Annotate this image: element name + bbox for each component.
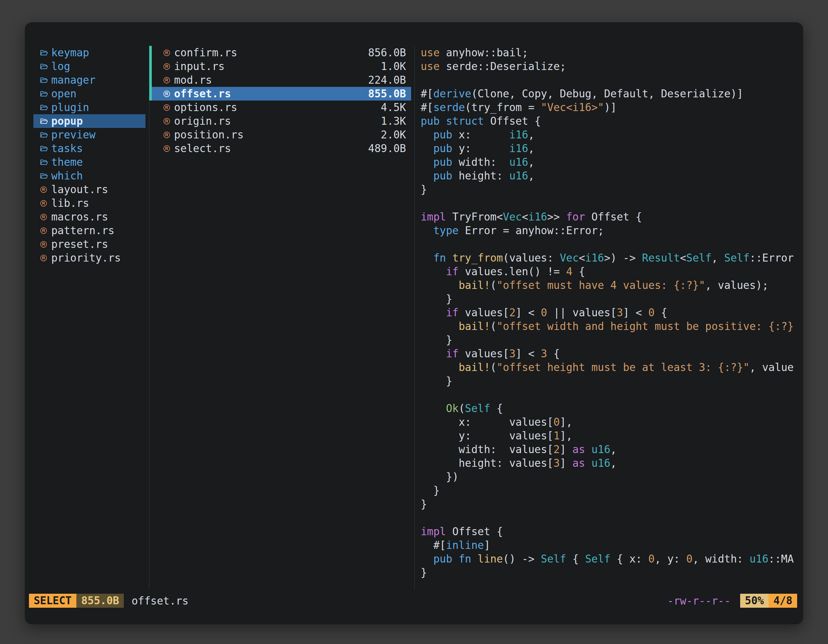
file-size: 4.5K (381, 101, 406, 114)
rust-file-icon (163, 90, 171, 98)
cursor-position-badge: 4/8 (768, 594, 797, 608)
file-item-macros-rs[interactable]: macros.rs (33, 210, 146, 224)
rust-file-icon (39, 227, 48, 235)
code-line: pub width: u16, (421, 155, 803, 169)
status-right: -rw-r--r-- 50% 4/8 (667, 594, 797, 608)
file-item-origin-rs[interactable]: origin.rs 1.3K (152, 114, 411, 128)
file-item-preset-rs[interactable]: preset.rs (33, 237, 146, 251)
file-item-priority-rs[interactable]: priority.rs (33, 251, 146, 265)
rust-file-icon (163, 144, 171, 153)
scroll-percent-badge: 50% (740, 594, 769, 608)
code-line: y: values[1], (421, 429, 803, 443)
mode-badge: SELECT (29, 594, 76, 608)
code-line: } (421, 292, 803, 306)
file-name: position.rs (174, 128, 244, 141)
file-item-position-rs[interactable]: position.rs 2.0K (152, 128, 411, 142)
code-line: }) (421, 470, 803, 484)
dir-item-preview[interactable]: preview (33, 128, 146, 142)
file-item-lib-rs[interactable]: lib.rs (33, 196, 146, 210)
dir-item-tasks[interactable]: tasks (33, 142, 146, 155)
terminal-window: keymap log manager (25, 22, 803, 624)
dir-item-log[interactable]: log (33, 60, 146, 73)
code-line: impl Offset { (421, 525, 803, 538)
folder-open-icon (39, 144, 48, 153)
code-line (421, 196, 803, 210)
marked-indicator (149, 46, 152, 60)
item-label: preview (51, 128, 96, 141)
code-line: height: values[3] as u16, (421, 456, 803, 470)
file-item-confirm-rs[interactable]: confirm.rs 856.0B (152, 46, 411, 60)
code-line: bail!("offset width and height must be p… (421, 320, 803, 333)
file-item-offset-rs[interactable]: offset.rs 855.0B (152, 87, 411, 100)
item-label: popup (51, 115, 83, 127)
file-size: 1.0K (381, 60, 406, 72)
code-line: x: values[0], (421, 415, 803, 429)
code-line: fn try_from(values: Vec<i16>) -> Result<… (421, 251, 803, 265)
folder-open-icon (39, 131, 48, 139)
file-item-pattern-rs[interactable]: pattern.rs (33, 224, 146, 237)
item-label: which (51, 169, 83, 182)
folder-open-icon (39, 172, 48, 180)
dir-item-open[interactable]: open (33, 87, 146, 100)
folder-open-icon (39, 49, 48, 57)
item-label: lib.rs (51, 197, 89, 209)
item-label: pattern.rs (51, 224, 114, 237)
dir-item-keymap[interactable]: keymap (33, 46, 146, 60)
dir-item-manager[interactable]: manager (33, 73, 146, 87)
file-size: 2.0K (381, 128, 406, 141)
files-panel: confirm.rs 856.0B input.rs 1.0K mod.rs 2… (149, 22, 414, 589)
status-left: SELECT 855.0B offset.rs (29, 594, 188, 608)
file-item-layout-rs[interactable]: layout.rs (33, 183, 146, 196)
item-label: preset.rs (51, 238, 108, 251)
marked-indicator (149, 73, 152, 87)
code-line: use serde::Deserialize; (421, 60, 803, 73)
rust-file-icon (163, 49, 171, 57)
file-name: confirm.rs (174, 47, 237, 59)
code-line: } (421, 374, 803, 388)
item-label: log (51, 60, 70, 72)
code-line: bail!("offset must have 4 values: {:?}",… (421, 278, 803, 292)
code-line: } (421, 333, 803, 347)
folder-open-icon (39, 76, 48, 84)
permissions-text: -rw-r--r-- (667, 595, 731, 607)
code-line: width: values[2] as u16, (421, 443, 803, 456)
dir-item-theme[interactable]: theme (33, 155, 146, 169)
rust-file-icon (163, 117, 171, 125)
file-item-input-rs[interactable]: input.rs 1.0K (152, 60, 411, 73)
file-item-select-rs[interactable]: select.rs 489.0B (152, 142, 411, 155)
file-item-options-rs[interactable]: options.rs 4.5K (152, 100, 411, 114)
code-line (421, 237, 803, 251)
dir-item-popup[interactable]: popup (33, 114, 146, 128)
code-line: } (421, 484, 803, 497)
item-label: tasks (51, 142, 83, 155)
code-line: } (421, 566, 803, 580)
item-label: layout.rs (51, 183, 108, 196)
code-line (421, 388, 803, 401)
code-line: pub struct Offset { (421, 114, 803, 128)
item-label: theme (51, 156, 83, 168)
code-line: } (421, 497, 803, 511)
marked-indicator (149, 87, 152, 100)
marked-indicator (149, 60, 152, 73)
code-line: #[serde(try_from = "Vec<i16>")] (421, 100, 803, 114)
item-label: keymap (51, 47, 89, 59)
folder-open-icon (39, 63, 48, 71)
preview-panel: use anyhow::bail;use serde::Deserialize;… (414, 22, 803, 589)
parent-panel: keymap log manager (25, 22, 149, 589)
code-area: use anyhow::bail;use serde::Deserialize;… (421, 46, 803, 580)
status-filename: offset.rs (132, 595, 188, 607)
rust-file-icon (39, 240, 48, 249)
file-name: origin.rs (174, 115, 231, 127)
rust-file-icon (39, 254, 48, 262)
item-label: priority.rs (51, 252, 121, 264)
code-line: #[inline] (421, 538, 803, 552)
file-size: 224.0B (368, 74, 406, 86)
code-line: pub x: i16, (421, 128, 803, 142)
file-name: offset.rs (174, 88, 231, 100)
code-line: } (421, 183, 803, 196)
rust-file-icon (39, 213, 48, 221)
code-line: pub fn line() -> Self { Self { x: 0, y: … (421, 552, 803, 566)
dir-item-which[interactable]: which (33, 169, 146, 183)
dir-item-plugin[interactable]: plugin (33, 100, 146, 114)
file-item-mod-rs[interactable]: mod.rs 224.0B (152, 73, 411, 87)
